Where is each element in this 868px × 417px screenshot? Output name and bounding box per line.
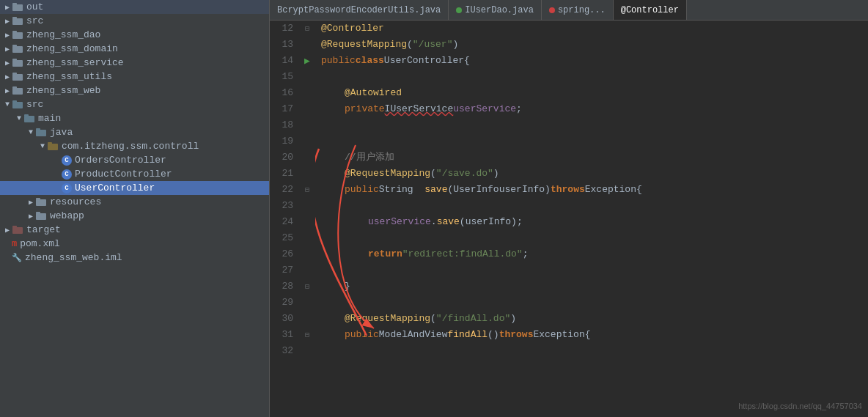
sidebar-label: src [26, 99, 43, 110]
tab-controller[interactable]: @Controller [614, 0, 687, 20]
arrow-icon: ▶ [3, 45, 12, 53]
folder-icon [12, 3, 23, 12]
svg-rect-13 [12, 86, 17, 89]
sidebar-item-product-controller[interactable]: C ProductController [0, 167, 269, 181]
folder-icon [12, 17, 23, 26]
folder-icon [12, 100, 23, 109]
sidebar-item-webapp[interactable]: ▶ webapp [0, 209, 269, 223]
svg-rect-10 [12, 74, 23, 81]
code-line-24: userService.save(userInfo); [321, 214, 868, 230]
svg-rect-14 [12, 102, 23, 108]
sidebar-item-out[interactable]: ▶ out [0, 0, 269, 14]
code-line-17: private IUserService userService; [321, 101, 868, 117]
sidebar-label: zheng_ssm_dao [26, 29, 100, 40]
sidebar-label: OrdersController [75, 155, 166, 166]
sidebar-item-utils[interactable]: ▶ zheng_ssm_utils [0, 70, 269, 84]
svg-rect-23 [36, 198, 40, 200]
svg-rect-5 [12, 31, 17, 33]
sidebar-item-package[interactable]: ▼ com.itzheng.ssm.controll [0, 139, 269, 153]
folder-icon [47, 142, 59, 151]
svg-rect-22 [36, 199, 46, 206]
sidebar-label: zheng_ssm_domain [26, 43, 118, 54]
sidebar-label: java [50, 127, 73, 138]
tab-indicator-red [549, 7, 555, 13]
sidebar-item-src-expanded[interactable]: ▼ src [0, 97, 269, 111]
code-line-27 [321, 262, 868, 278]
sidebar-item-target[interactable]: ▶ target [0, 223, 269, 237]
svg-rect-15 [12, 100, 17, 103]
tab-iuserdao[interactable]: IUserDao.java [449, 0, 542, 20]
class-icon: C [62, 183, 72, 193]
arrow-icon: ▶ [3, 86, 12, 95]
sidebar-label: ProductController [75, 169, 172, 180]
sidebar-item-java[interactable]: ▼ java [0, 125, 269, 139]
arrow-icon: ▶ [26, 212, 35, 221]
sidebar-item-orders-controller[interactable]: C OrdersController [0, 153, 269, 167]
sidebar-item-main[interactable]: ▼ main [0, 111, 269, 125]
gutter: ⊟ ▶ ⊟ ⊟ ⊟ [299, 21, 315, 417]
code-line-28: } [321, 278, 868, 295]
folder-icon [12, 73, 23, 81]
arrow-icon: ▼ [15, 114, 23, 122]
svg-rect-2 [12, 18, 23, 25]
tab-indicator-green [456, 7, 462, 13]
file-tree[interactable]: ▶ out ▶ src ▶ zheng_ssm_dao ▶ zheng_ssm_… [0, 0, 270, 417]
sidebar-item-src[interactable]: ▶ src [0, 14, 269, 28]
svg-rect-4 [12, 32, 23, 39]
code-line-18 [321, 117, 868, 133]
folder-icon [12, 226, 23, 235]
arrow-icon: ▶ [3, 31, 12, 40]
code-line-22: public String save(UserInfo userInfo) th… [321, 182, 868, 198]
svg-rect-25 [36, 212, 40, 214]
sidebar-label: out [26, 1, 43, 12]
sidebar-item-iml[interactable]: 🔧 zheng_ssm_web.iml [0, 251, 269, 265]
sidebar-label: zheng_ssm_service [26, 57, 124, 68]
svg-rect-9 [12, 59, 17, 61]
watermark: https://blog.csdn.net/qq_44757034 [738, 398, 862, 414]
tab-bcrypt[interactable]: BcryptPasswordEncoderUtils.java [270, 0, 449, 20]
fold-icon[interactable]: ⊟ [305, 24, 309, 33]
folder-icon [35, 212, 47, 221]
svg-rect-27 [12, 226, 17, 228]
svg-rect-1 [12, 3, 17, 5]
fold-icon[interactable]: ⊟ [305, 331, 309, 339]
sidebar-label: resources [50, 196, 101, 207]
svg-rect-3 [12, 17, 17, 19]
fold-icon[interactable]: ⊟ [305, 282, 309, 291]
sidebar-item-service[interactable]: ▶ zheng_ssm_service [0, 56, 269, 70]
sidebar-item-pom-xml[interactable]: m pom.xml [0, 237, 269, 251]
class-icon: C [62, 169, 72, 180]
folder-icon [12, 59, 23, 67]
code-line-31: public ModelAndView findAll() throws Exc… [321, 327, 868, 343]
tab-label: @Controller [621, 5, 679, 15]
sidebar-item-resources[interactable]: ▶ resources [0, 195, 269, 209]
code-line-23 [321, 198, 868, 214]
sidebar-label: main [38, 113, 61, 124]
sidebar-label: zheng_ssm_web [26, 85, 100, 96]
arrow-icon: ▼ [26, 128, 35, 136]
sidebar-label: target [26, 224, 61, 235]
code-line-25 [321, 230, 868, 246]
code-line-16: @Autowired [321, 85, 868, 101]
svg-rect-16 [24, 116, 34, 122]
folder-icon [23, 114, 35, 123]
code-area[interactable]: 12 13 14 15 16 17 18 19 20 21 22 23 24 2… [270, 21, 868, 417]
run-icon[interactable]: ▶ [304, 55, 310, 67]
sidebar-item-user-controller[interactable]: C UserController [0, 181, 269, 195]
sidebar-item-domain[interactable]: ▶ zheng_ssm_domain [0, 42, 269, 56]
arrow-icon: ▼ [3, 100, 12, 108]
code-content[interactable]: @Controller @RequestMapping("/user") pub… [315, 21, 868, 417]
class-icon: C [62, 155, 72, 166]
code-line-32 [321, 343, 868, 359]
fold-icon[interactable]: ⊟ [305, 185, 309, 194]
arrow-icon: ▶ [3, 73, 12, 81]
sidebar-item-web[interactable]: ▶ zheng_ssm_web [0, 84, 269, 97]
sidebar-item-dao[interactable]: ▶ zheng_ssm_dao [0, 28, 269, 42]
svg-rect-17 [24, 114, 29, 117]
editor-tabs[interactable]: BcryptPasswordEncoderUtils.java IUserDao… [270, 0, 868, 21]
svg-rect-18 [36, 130, 46, 136]
sidebar-label: zheng_ssm_web.iml [25, 252, 122, 263]
tab-spring[interactable]: spring... [542, 0, 614, 20]
code-editor: BcryptPasswordEncoderUtils.java IUserDao… [270, 0, 868, 417]
sidebar-label: com.itzheng.ssm.controll [62, 141, 199, 152]
